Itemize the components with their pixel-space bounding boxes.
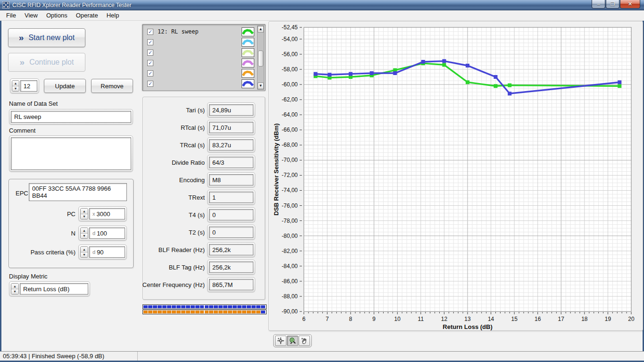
- menu-file[interactable]: File: [2, 11, 20, 20]
- legend-checkbox[interactable]: ✓: [147, 81, 153, 87]
- progress-segment: [162, 305, 167, 308]
- param-row: BLF Tag (Hz)256,2k: [169, 261, 255, 273]
- progress-bar-top: [142, 304, 267, 309]
- cursor-tool-button[interactable]: [275, 336, 286, 346]
- menu-help[interactable]: Help: [102, 11, 124, 20]
- stepper-up-icon: ▲: [81, 247, 88, 253]
- data-point-marker: [393, 71, 397, 75]
- plot-color-swatch[interactable]: [242, 79, 254, 88]
- param-row: EncodingM8: [179, 174, 255, 186]
- start-new-plot-button[interactable]: » Start new plot: [8, 28, 85, 47]
- progress-segment: [143, 305, 148, 308]
- x-tick-label: 19: [605, 316, 611, 322]
- y-tick-label: -70,00: [282, 157, 298, 163]
- restore-button[interactable]: ❐: [606, 0, 619, 8]
- close-button[interactable]: ✕: [620, 0, 640, 8]
- param-value-field: 1: [209, 192, 253, 203]
- y-tick-label: -88,00: [282, 293, 298, 300]
- n-field[interactable]: d100: [89, 227, 125, 239]
- legend-checkbox[interactable]: ✓: [147, 29, 153, 35]
- menu-view[interactable]: View: [20, 11, 42, 20]
- scrollbar-thumb[interactable]: [258, 51, 263, 67]
- pass-criteria-stepper[interactable]: ▲▼: [80, 246, 88, 258]
- param-row: Tari (s)24,89u: [186, 104, 255, 116]
- progress-segment: [191, 305, 195, 308]
- zoom-tool-button[interactable]: [287, 336, 298, 346]
- progress-segment: [247, 311, 251, 313]
- legend-checkbox[interactable]: ✓: [147, 39, 153, 45]
- legend-item-label: 12: RL sweep: [158, 28, 242, 35]
- legend-row[interactable]: ✓: [144, 47, 256, 58]
- crosshair-icon: [277, 337, 284, 345]
- pc-field[interactable]: x3000: [89, 208, 125, 219]
- pass-criteria-control: ▲▼ d90: [78, 244, 127, 260]
- param-value-field: 865,7M: [209, 279, 253, 290]
- legend-row[interactable]: ✓: [144, 68, 256, 78]
- display-metric-control: ▲▼ Return Loss (dB): [9, 281, 90, 296]
- param-label: RTcal (s): [181, 124, 205, 131]
- progress-bar-bottom: [142, 310, 267, 314]
- menu-bar: FileViewOptionsOperateHelp: [0, 10, 644, 21]
- minimize-button[interactable]: –: [592, 0, 605, 8]
- progress-segment: [233, 305, 237, 308]
- progress-segment: [205, 311, 209, 313]
- legend-row[interactable]: ✓: [144, 78, 256, 89]
- progress-segment: [218, 305, 223, 308]
- scroll-up-icon[interactable]: ▲: [258, 26, 264, 33]
- plot-color-swatch[interactable]: [242, 48, 254, 57]
- display-metric-select[interactable]: Return Loss (dB): [20, 283, 88, 295]
- n-stepper[interactable]: ▲▼: [80, 227, 88, 239]
- progress-segment: [214, 305, 218, 308]
- legend-row[interactable]: ✓: [144, 37, 256, 47]
- param-field-ring: 256,2k: [207, 242, 255, 257]
- y-tick-label: -62,00: [282, 96, 298, 103]
- legend-checkbox[interactable]: ✓: [147, 70, 153, 76]
- param-row: Divide Ratio64/3: [172, 156, 255, 168]
- remove-button[interactable]: Remove: [91, 79, 133, 93]
- legend-checkbox[interactable]: ✓: [147, 50, 153, 56]
- menu-operate[interactable]: Operate: [72, 11, 102, 20]
- scroll-down-icon[interactable]: ▼: [258, 83, 264, 89]
- dataset-number-field[interactable]: 12: [20, 80, 37, 92]
- x-tick-label: 17: [558, 316, 565, 322]
- pass-criteria-field[interactable]: d90: [89, 246, 125, 258]
- progress-segment: [186, 311, 190, 313]
- legend-row[interactable]: ✓: [144, 58, 256, 68]
- legend-checkbox[interactable]: ✓: [147, 60, 153, 66]
- update-button[interactable]: Update: [44, 79, 86, 93]
- title-bar[interactable]: CISC RFID Xplorer Reader Performance Tes…: [0, 0, 644, 10]
- progress-segment: [176, 305, 181, 308]
- progress-segment: [200, 305, 204, 308]
- progress-segment: [195, 305, 200, 308]
- epc-input[interactable]: 00FF 33CC 55AA 7788 9966 BB44: [29, 183, 127, 201]
- comment-wrap: [9, 135, 133, 172]
- dataset-number-control: ▲▼ 12: [10, 78, 39, 93]
- sensitivity-chart[interactable]: 67891011121314151617181920-52,45-54,00-5…: [269, 22, 643, 330]
- progress-segment: [209, 305, 213, 308]
- progress-segment: [209, 311, 213, 313]
- n-control: ▲▼ d100: [78, 226, 127, 241]
- graph-tool-palette: [273, 334, 312, 347]
- legend-scrollbar[interactable]: ▲ ▼: [257, 25, 264, 90]
- continue-plot-button[interactable]: » Continue plot: [8, 53, 85, 72]
- menu-options[interactable]: Options: [42, 11, 72, 20]
- comment-input[interactable]: [11, 137, 131, 170]
- progress-segment: [195, 311, 200, 313]
- plot-color-swatch[interactable]: [242, 38, 254, 47]
- progress-segment: [261, 305, 265, 308]
- plot-color-swatch[interactable]: [242, 59, 254, 67]
- data-point-marker: [370, 71, 374, 75]
- pan-tool-button[interactable]: [299, 336, 310, 346]
- pc-label: PC: [67, 210, 75, 218]
- dataset-number-stepper[interactable]: ▲▼: [12, 80, 19, 92]
- radix-indicator: d: [92, 230, 95, 236]
- plot-color-swatch[interactable]: [242, 69, 254, 78]
- display-metric-stepper[interactable]: ▲▼: [11, 283, 19, 295]
- dataset-name-input[interactable]: RL sweep: [11, 111, 131, 123]
- plot-color-swatch[interactable]: [242, 27, 254, 36]
- comment-label: Comment: [9, 127, 35, 134]
- legend-row[interactable]: ✓12: RL sweep: [144, 26, 256, 37]
- progress-segment: [200, 311, 204, 313]
- pc-stepper[interactable]: ▲▼: [80, 208, 88, 219]
- double-chevron-icon: »: [19, 33, 24, 43]
